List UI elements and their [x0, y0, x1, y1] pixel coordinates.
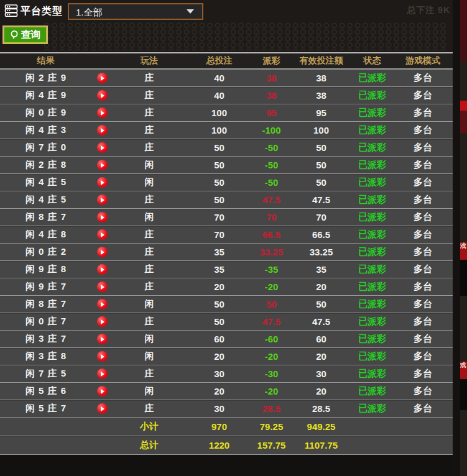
bets-table: 结果玩法总投注派彩有效投注额状态游戏模式 闲 2 庄 9庄403838已派彩多台…: [0, 53, 453, 455]
cell-bet: 40: [187, 87, 252, 104]
play-button[interactable]: [97, 403, 108, 414]
cell-bet: 50: [187, 157, 252, 173]
play-button[interactable]: [97, 90, 108, 101]
platform-select[interactable]: 1.全部: [68, 3, 203, 20]
cell-result: 闲 4 庄 9: [0, 87, 92, 104]
play-button[interactable]: [97, 229, 108, 240]
edge-fragment: [460, 260, 467, 296]
cell-bet: 30: [187, 400, 252, 417]
table-row: 闲 9 庄 8庄35-3535已派彩多台: [0, 261, 453, 278]
play-triangle-icon: [101, 250, 104, 255]
play-triangle-icon: [101, 389, 104, 394]
cell-play: [92, 296, 112, 313]
table-row: 闲 0 庄 2庄3533.2533.25已派彩多台: [0, 244, 453, 261]
play-triangle-icon: [101, 76, 104, 81]
play-button[interactable]: [97, 125, 108, 135]
cell-result: 闲 2 庄 8: [0, 157, 92, 173]
cell-payout: 38: [252, 70, 291, 86]
cell-bet: 50: [187, 139, 252, 156]
cell-result: 闲 4 庄 5: [0, 174, 92, 191]
table-body: 闲 2 庄 9庄403838已派彩多台闲 4 庄 9庄403838已派彩多台闲 …: [0, 70, 453, 455]
table-row: 闲 5 庄 6闲20-2020已派彩多台: [0, 383, 453, 400]
top-toolbar: 总下注 9K 平台类型 1.全部 查询: [0, 0, 453, 52]
cell-payout: 47.5: [252, 313, 291, 330]
query-button[interactable]: 查询: [2, 25, 48, 44]
cell-bet: 1220: [187, 436, 252, 454]
cell-valid: 95: [291, 104, 351, 121]
cell-play: [92, 191, 112, 208]
header-payout: 派彩: [252, 53, 291, 68]
play-button[interactable]: [97, 368, 108, 379]
cell-method: 闲: [112, 157, 187, 173]
cell-bet: 100: [187, 104, 252, 121]
cell-valid: 30: [291, 365, 351, 382]
play-button[interactable]: [97, 334, 108, 344]
edge-fragment: [460, 379, 467, 410]
cell-bet: 50: [187, 174, 252, 191]
cell-method: 总计: [112, 436, 187, 454]
cell-mode: 多台: [393, 87, 453, 104]
cell-method: 闲: [112, 331, 187, 347]
table-row: 闲 7 庄 5庄30-3030已派彩多台: [0, 365, 453, 383]
table-row: 闲 8 庄 7闲505050已派彩多台: [0, 296, 453, 313]
cell-valid: 1107.75: [291, 436, 351, 454]
cell-valid: 20: [291, 348, 351, 365]
cell-method: 庄: [112, 226, 187, 243]
header-result: 结果: [0, 53, 92, 68]
play-triangle-icon: [101, 267, 104, 272]
play-button[interactable]: [97, 195, 108, 205]
table-row: 闲 4 庄 3庄100-100100已派彩多台: [0, 122, 453, 139]
play-triangle-icon: [101, 337, 104, 342]
cell-bet: 35: [187, 244, 252, 260]
play-triangle-icon: [101, 302, 104, 307]
table-row: 闲 4 庄 5闲50-5050已派彩多台: [0, 174, 453, 191]
cell-play: [92, 70, 112, 86]
cell-bet: 50: [187, 313, 252, 330]
play-button[interactable]: [97, 160, 108, 170]
table-header-row: 结果玩法总投注派彩有效投注额状态游戏模式: [0, 53, 453, 70]
background-dots-pattern: [44, 22, 448, 51]
cell-mode: 多台: [393, 244, 453, 260]
cell-play: [92, 436, 112, 454]
play-button[interactable]: [97, 247, 108, 257]
play-button[interactable]: [97, 299, 108, 309]
play-button[interactable]: [97, 142, 108, 153]
table-row: 闲 5 庄 7庄3028.528.5已派彩多台: [0, 400, 453, 418]
play-button[interactable]: [97, 73, 108, 83]
cell-payout: 33.25: [252, 244, 291, 260]
cell-play: [92, 122, 112, 139]
play-button[interactable]: [97, 108, 108, 118]
cell-mode: 多台: [393, 139, 453, 156]
cell-mode: 多台: [393, 383, 453, 400]
cell-payout: -35: [252, 261, 291, 278]
play-triangle-icon: [101, 232, 104, 237]
play-button[interactable]: [97, 212, 108, 222]
edge-fragment: [460, 0, 467, 62]
background-faint-text: 总下注 9K: [407, 5, 450, 16]
cell-bet: 50: [187, 191, 252, 208]
cell-payout: 66.5: [252, 226, 291, 243]
cell-result: 闲 4 庄 8: [0, 226, 92, 243]
play-button[interactable]: [97, 177, 108, 188]
table-row: 闲 3 庄 8闲20-2020已派彩多台: [0, 348, 453, 365]
play-triangle-icon: [101, 128, 104, 133]
cell-payout: -20: [252, 383, 291, 400]
cell-payout: 79.25: [252, 418, 291, 436]
cell-method: 庄: [112, 70, 187, 86]
play-button[interactable]: [97, 281, 108, 292]
header-bet: 总投注: [187, 53, 252, 68]
cell-bet: 50: [187, 296, 252, 313]
cell-result: 闲 5 庄 6: [0, 383, 92, 400]
cell-method: 庄: [112, 278, 187, 295]
play-button[interactable]: [97, 316, 108, 327]
play-button[interactable]: [97, 386, 108, 396]
cell-mode: 多台: [393, 157, 453, 173]
cell-result: 闲 9 庄 8: [0, 261, 92, 278]
play-button[interactable]: [97, 264, 108, 275]
cell-method: 小计: [112, 418, 187, 436]
cell-valid: 38: [291, 87, 351, 104]
cell-bet: 20: [187, 383, 252, 400]
cell-status: 已派彩: [351, 87, 393, 104]
cell-bet: 30: [187, 365, 252, 382]
play-button[interactable]: [97, 351, 108, 362]
